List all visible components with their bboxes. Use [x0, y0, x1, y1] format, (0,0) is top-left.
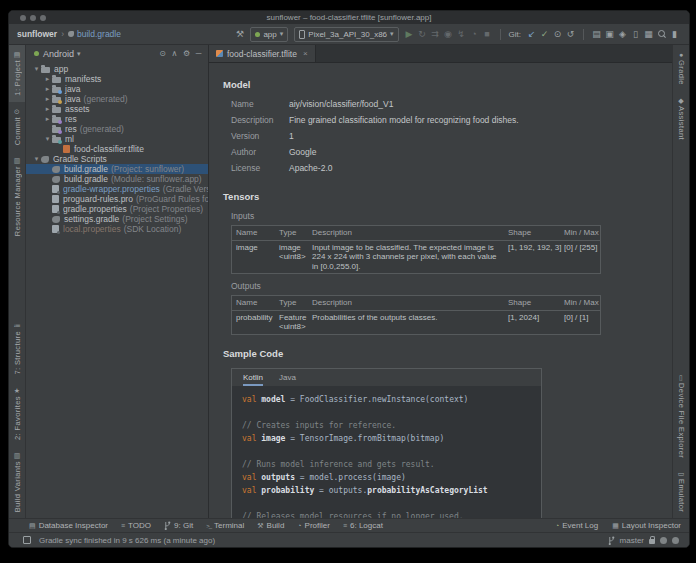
project-view-mode[interactable]: Android	[43, 49, 74, 59]
search-icon[interactable]	[655, 28, 668, 40]
chevron-right-icon[interactable]: ▸	[43, 104, 52, 114]
locate-icon[interactable]	[157, 48, 168, 60]
chevron-right-icon[interactable]: ▸	[43, 84, 52, 94]
tree-item-gradle-wrapper-properties-gradle-version[interactable]: gradle-wrapper.properties(Gradle Version…	[26, 184, 208, 194]
table-row: imageimage <uint8>Input image to be clas…	[232, 241, 600, 274]
run-icon[interactable]	[403, 28, 416, 40]
history-icon[interactable]	[551, 28, 564, 40]
git-branch-name[interactable]: master	[620, 536, 644, 545]
tree-item-manifests[interactable]: ▸manifests	[26, 74, 208, 84]
update-project-icon[interactable]	[525, 28, 538, 40]
table-row: probabilityFeature <uint8>Probabilities …	[232, 311, 600, 334]
close-icon[interactable]: ×	[303, 49, 308, 58]
tree-item-local-properties-sdk-location[interactable]: local.properties(SDK Location)	[26, 224, 208, 234]
tree-item-gradle-scripts[interactable]: ▾Gradle Scripts	[26, 154, 208, 164]
tree-item-java[interactable]: ▸java	[26, 84, 208, 94]
toolwindow-button-layout-inspector[interactable]: Layout Inspector	[612, 521, 681, 530]
project-panel-header: Android ▾	[26, 45, 208, 62]
recent-files-icon[interactable]	[590, 28, 603, 40]
tool-button-assistant[interactable]: Assistant	[673, 91, 689, 146]
chevron-down-icon[interactable]: ▾	[32, 64, 41, 74]
tab-java[interactable]: Java	[279, 369, 296, 386]
chevron-right-icon[interactable]: ▸	[43, 94, 52, 104]
editor-tab-food-classifier[interactable]: food-classifier.tflite ×	[209, 45, 316, 62]
tree-item-proguard-rules-pro-proguard-rules-for-sunflo[interactable]: proguard-rules.pro(ProGuard Rules for su…	[26, 194, 208, 204]
tool-button-2-favorites[interactable]: 2: Favorites	[9, 381, 25, 446]
profiler-icon[interactable]	[468, 28, 481, 40]
tab-kotlin[interactable]: Kotlin	[243, 369, 263, 386]
status-indicator-icon[interactable]	[660, 537, 667, 544]
toolwindow-button-database-inspector[interactable]: Database Inspector	[29, 521, 108, 530]
tree-item-label: Gradle Scripts	[53, 154, 107, 164]
tree-item-settings-gradle-project-settings[interactable]: settings.gradle(Project Settings)	[26, 214, 208, 224]
device-select[interactable]: Pixel_3a_API_30_x86 ▾	[294, 27, 398, 42]
tree-item-food-classifier-tflite[interactable]: food-classifier.tflite	[26, 144, 208, 154]
toolwindow-button-build[interactable]: Build	[257, 521, 284, 530]
toolwindow-button-todo[interactable]: TODO	[121, 521, 151, 530]
tool-button-gradle[interactable]: Gradle	[673, 45, 689, 91]
tree-item-label: gradle.properties	[63, 204, 127, 214]
tree-item-build-gradle-module-sunflower-app[interactable]: build.gradle(Module: sunflower.app)	[26, 174, 208, 184]
layout-toggle-icon[interactable]	[668, 28, 681, 40]
tree-item-label: gradle-wrapper.properties	[63, 184, 160, 194]
debug-icon[interactable]	[442, 28, 455, 40]
table-cell: [1, 2024]	[504, 311, 560, 334]
settings-icon[interactable]	[181, 48, 192, 60]
toolwindow-button-event-log[interactable]: Event Log	[555, 521, 598, 530]
chevron-right-icon[interactable]: ▸	[43, 114, 52, 124]
toolwindow-button-6-logcat[interactable]: 6: Logcat	[343, 521, 383, 530]
build-hammer-icon[interactable]	[233, 28, 246, 40]
notifications-icon[interactable]	[672, 537, 679, 544]
rollback-icon[interactable]	[564, 28, 577, 40]
breadcrumb-file[interactable]: build.gradle	[77, 29, 121, 39]
attach-debugger-icon[interactable]	[455, 28, 468, 40]
window-tool-icon[interactable]	[603, 28, 616, 40]
sdk-manager-icon[interactable]	[642, 28, 655, 40]
tool-button-emulator[interactable]: Emulator	[673, 464, 689, 518]
gradle-sync-icon[interactable]	[616, 28, 629, 40]
tree-item-app[interactable]: ▾app	[26, 64, 208, 74]
tool-window-bar-right: Event LogLayout Inspector	[541, 521, 681, 530]
props-icon	[52, 185, 59, 193]
tree-item-assets[interactable]: ▸assets	[26, 104, 208, 114]
run-action-icons	[403, 28, 494, 40]
toolwindow-button-terminal[interactable]: Terminal	[206, 521, 244, 530]
toolwindow-button-profiler[interactable]: Profiler	[297, 521, 330, 530]
hide-icon[interactable]	[193, 48, 204, 60]
collapse-all-icon[interactable]	[169, 48, 180, 60]
toolwindow-button-9-git[interactable]: 9: Git	[164, 521, 193, 530]
tool-button-build-variants[interactable]: Build Variants	[9, 446, 25, 518]
tree-item-label: assets	[65, 104, 90, 114]
stop-icon[interactable]	[481, 28, 494, 40]
tree-item-ml[interactable]: ▾ml	[26, 134, 208, 144]
left-tool-stripe: 1: ProjectCommitResource Manager 7: Stru…	[9, 45, 26, 518]
device-manager-icon[interactable]	[629, 28, 642, 40]
tree-item-gradle-properties-project-properties[interactable]: gradle.properties(Project Properties)	[26, 204, 208, 214]
lock-icon[interactable]	[649, 539, 655, 544]
tool-button-resource-manager[interactable]: Resource Manager	[9, 151, 25, 242]
chevron-down-icon[interactable]: ▾	[43, 134, 52, 144]
chevron-right-icon[interactable]: ▸	[43, 74, 52, 84]
tool-button-commit[interactable]: Commit	[9, 102, 25, 151]
code-token: val	[242, 395, 256, 404]
breadcrumb-project[interactable]: sunflower	[17, 29, 57, 39]
sample-code-tabs: KotlinJava	[232, 369, 541, 386]
tool-button-1-project[interactable]: 1: Project	[9, 45, 25, 102]
run-configuration-select[interactable]: app ▾	[250, 27, 288, 42]
tree-item-build-gradle-project-sunflower[interactable]: build.gradle(Project: sunflower)	[26, 164, 208, 174]
tree-item-res-generated[interactable]: res(generated)	[26, 124, 208, 134]
apply-code-changes-icon[interactable]	[429, 28, 442, 40]
tree-item-res[interactable]: ▸res	[26, 114, 208, 124]
tool-button-device-file-explorer[interactable]: Device File Explorer	[673, 368, 689, 464]
code-block[interactable]: val model = FoodClassifier.newInstance(c…	[232, 386, 541, 519]
chevron-down-icon[interactable]: ▾	[32, 154, 41, 164]
toolwindow-button-label: Event Log	[562, 521, 598, 530]
tree-item-java-generated[interactable]: ▸java(generated)	[26, 94, 208, 104]
model-property-row: AuthorGoogle	[231, 147, 658, 163]
table-cell: Probabilities of the outputs classes.	[308, 311, 504, 334]
tool-button-7-structure[interactable]: 7: Structure	[9, 316, 25, 381]
commit-icon[interactable]	[538, 28, 551, 40]
apply-changes-icon[interactable]	[416, 28, 429, 40]
toolwindow-switcher-icon[interactable]	[23, 536, 31, 544]
property-value: Apache-2.0	[289, 163, 332, 173]
